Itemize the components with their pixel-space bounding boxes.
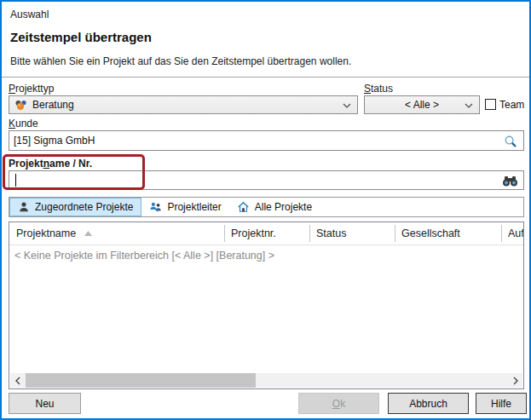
projects-table: Projektname Projektnr. Status Gesellscha…	[9, 222, 524, 389]
column-separator[interactable]	[501, 225, 502, 242]
people-group-icon	[149, 201, 162, 213]
column-header-auftraggeber[interactable]: Auftr	[501, 222, 524, 245]
column-header-projektname[interactable]: Projektname	[9, 222, 224, 245]
neu-button[interactable]: Neu	[9, 393, 81, 414]
chevron-down-icon	[343, 103, 351, 108]
sort-asc-icon	[84, 231, 92, 236]
team-checkbox-label: Team	[499, 99, 524, 111]
status-value: < Alle >	[405, 99, 439, 111]
team-checkbox[interactable]	[485, 99, 496, 110]
ok-button[interactable]: Ok	[298, 393, 379, 414]
tab-alle-projekte[interactable]: Alle Projekte	[229, 198, 320, 216]
column-separator[interactable]	[309, 225, 310, 242]
projekttyp-label: Projekttyp	[9, 83, 54, 95]
scrollbar-thumb[interactable]	[26, 373, 256, 388]
tab-label: Alle Projekte	[255, 201, 312, 213]
empty-table-message: < Keine Projekte im Filterbereich [< All…	[14, 250, 274, 262]
dialog-window: Auswahl Zeitstempel übertragen Bitte wäh…	[0, 0, 531, 420]
scroll-right-icon[interactable]	[508, 373, 522, 388]
home-icon	[237, 201, 250, 213]
projekttyp-value: Beratung	[32, 99, 74, 111]
tab-label: Zugeordnete Projekte	[35, 201, 133, 213]
binoculars-icon[interactable]	[502, 175, 518, 187]
projekttyp-select[interactable]: Beratung	[9, 95, 358, 114]
header-divider	[2, 77, 529, 78]
kunde-input[interactable]: [15] Sigma GmbH	[9, 130, 524, 151]
horizontal-scrollbar[interactable]	[10, 373, 522, 388]
projektname-input[interactable]	[9, 170, 524, 190]
person-icon	[18, 201, 30, 213]
column-header-gesellschaft[interactable]: Gesellschaft	[395, 222, 501, 245]
dialog-subtitle: Bitte wählen Sie ein Projekt auf das Sie…	[10, 55, 351, 67]
header-divider	[9, 245, 523, 245]
status-label: Status	[364, 83, 393, 95]
chevron-down-icon	[465, 103, 473, 108]
column-separator[interactable]	[224, 225, 225, 242]
text-caret	[15, 174, 16, 187]
kunde-value: [15] Sigma GmbH	[14, 135, 95, 147]
tab-bar: Zugeordnete Projekte Projektleiter	[9, 197, 524, 217]
kunde-label: Kunde	[9, 118, 38, 129]
dialog-title: Auswahl	[10, 9, 49, 20]
column-header-status[interactable]: Status	[309, 222, 395, 245]
search-icon[interactable]	[504, 135, 517, 148]
page-title: Zeitstempel übertragen	[10, 30, 152, 44]
hilfe-button[interactable]: Hilfe	[476, 393, 527, 414]
column-header-projektnr[interactable]: Projektnr.	[224, 222, 309, 245]
tab-projektleiter[interactable]: Projektleiter	[141, 198, 228, 216]
abbruch-button[interactable]: Abbruch	[388, 393, 469, 414]
consulting-icon	[14, 98, 27, 112]
column-separator[interactable]	[395, 225, 395, 242]
projektname-label: Projektname / Nr.	[9, 158, 92, 170]
tab-label: Projektleiter	[167, 201, 221, 213]
scroll-left-icon[interactable]	[10, 373, 25, 388]
status-select[interactable]: < Alle >	[364, 95, 480, 114]
tab-zugeordnete-projekte[interactable]: Zugeordnete Projekte	[9, 198, 141, 216]
